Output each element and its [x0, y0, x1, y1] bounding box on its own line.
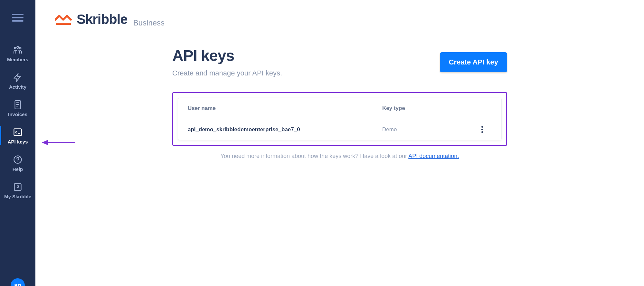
api-keys-highlight: User name Key type api_demo_skribbledemo… [172, 92, 507, 146]
row-actions-button[interactable] [472, 126, 492, 133]
svg-rect-10 [56, 23, 71, 25]
page-title: API keys [172, 47, 282, 64]
sidebar-item-api-keys[interactable]: API keys [0, 124, 35, 147]
table-row: api_demo_skribbledemoenterprise_bae7_0 D… [178, 119, 501, 140]
sidebar-item-my-skribble[interactable]: My Skribble [0, 179, 35, 202]
api-documentation-link[interactable]: API documentation. [408, 153, 459, 159]
sidebar-item-label: My Skribble [4, 194, 31, 199]
invoices-icon [14, 100, 22, 110]
sidebar-item-label: Help [13, 166, 23, 172]
table-header-row: User name Key type [178, 98, 501, 119]
sidebar-item-activity[interactable]: Activity [0, 69, 35, 92]
svg-point-0 [17, 46, 19, 48]
brand: Skribble Business [48, 0, 631, 37]
api-keys-icon [13, 127, 22, 137]
brand-sub: Business [133, 18, 165, 27]
sidebar-item-members[interactable]: Members [0, 42, 35, 65]
external-link-icon [13, 182, 22, 192]
hint-text: You need more information about how the … [172, 146, 507, 173]
activity-icon [13, 73, 22, 82]
page-subtitle: Create and manage your API keys. [172, 69, 282, 77]
sidebar-item-help[interactable]: Help [0, 152, 35, 174]
sidebar-item-label: Activity [9, 84, 26, 90]
members-icon [13, 45, 23, 55]
menu-icon[interactable] [12, 12, 24, 24]
api-keys-table: User name Key type api_demo_skribbledemo… [178, 98, 502, 140]
sidebar: Members Activity Invoices [0, 0, 35, 286]
sidebar-item-invoices[interactable]: Invoices [0, 97, 35, 120]
col-keytype: Key type [382, 105, 472, 112]
create-api-key-button[interactable]: Create API key [440, 52, 507, 72]
avatar-initials: BP [14, 283, 21, 286]
cell-keytype: Demo [382, 126, 472, 133]
brand-logo-icon [55, 13, 73, 25]
hint-prefix: You need more information about how the … [221, 153, 409, 159]
sidebar-item-label: API keys [8, 139, 28, 144]
cell-username: api_demo_skribbledemoenterprise_bae7_0 [188, 126, 382, 133]
sidebar-item-label: Members [7, 57, 28, 62]
svg-point-2 [20, 47, 21, 49]
help-icon [13, 155, 22, 164]
svg-rect-4 [14, 129, 21, 136]
main-content: Skribble Business API keys Create and ma… [35, 0, 644, 286]
brand-name: Skribble [77, 12, 128, 27]
svg-point-1 [14, 47, 16, 49]
svg-point-6 [17, 162, 18, 162]
col-username: User name [188, 105, 382, 112]
sidebar-item-label: Invoices [8, 112, 27, 117]
more-icon [481, 126, 483, 133]
avatar[interactable]: BP [11, 278, 25, 286]
